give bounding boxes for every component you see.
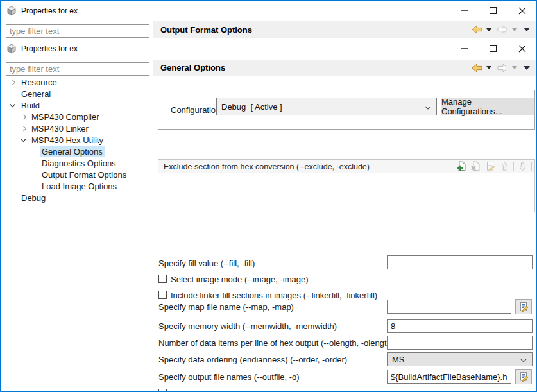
properties-tree: Resource General Build MSP430 Compiler M…: [1, 76, 152, 203]
edit-browse-icon: [518, 302, 529, 312]
data-ordering-value: MS: [388, 355, 520, 364]
add-icon[interactable]: [457, 161, 468, 172]
titlebar[interactable]: Properties for ex: [1, 38, 536, 59]
tree-item-label: Load Image Options: [40, 181, 119, 192]
tree-item-load-image-options[interactable]: Load Image Options: [1, 180, 152, 192]
map-file-browse-button[interactable]: [515, 299, 532, 314]
tree-item-label: MSP430 Compiler: [30, 112, 101, 123]
exclude-section-list[interactable]: Exclude section from hex conversion (--e…: [158, 159, 535, 212]
manage-configurations-button[interactable]: Manage Configurations...: [441, 98, 535, 115]
olength-input[interactable]: [387, 336, 533, 350]
data-ordering-label: Specify data ordering (endianness) (--or…: [158, 352, 347, 366]
remove-icon[interactable]: [471, 161, 482, 172]
back-arrow-icon[interactable]: [472, 64, 482, 72]
configuration-value: Debug [ Active ]: [217, 102, 425, 112]
move-up-icon[interactable]: [499, 161, 510, 172]
fill-value-input[interactable]: [387, 255, 533, 269]
move-down-icon[interactable]: [517, 161, 528, 172]
forward-history-caret-icon[interactable]: [512, 28, 517, 31]
tree-item-label: MSP430 Linker: [30, 123, 90, 134]
configuration-group: Configuration: Debug [ Active ] Manage C…: [158, 90, 535, 130]
tree-item-output-format-options[interactable]: Output Format Options: [1, 169, 152, 180]
configuration-select[interactable]: Debug [ Active ]: [216, 98, 437, 115]
page-header: Output Format Options: [153, 21, 536, 38]
tree-item-label: MSP430 Hex Utility: [30, 135, 105, 146]
edit-icon[interactable]: [485, 161, 496, 172]
tree-item-general[interactable]: General: [1, 88, 152, 99]
page-title: General Options: [160, 60, 225, 76]
tree-item-label: General: [19, 89, 53, 99]
chevron-down-icon: [425, 101, 431, 112]
edit-browse-icon: [518, 371, 529, 382]
output-file-input[interactable]: [387, 370, 511, 384]
window-title: Properties for ex: [21, 1, 78, 21]
chevron-down-icon[interactable]: [10, 103, 15, 108]
filter-input[interactable]: [6, 24, 149, 38]
window-title: Properties for ex: [21, 38, 78, 59]
tree-item-build[interactable]: Build: [1, 99, 152, 111]
close-button[interactable]: [507, 38, 536, 58]
maximize-icon: [490, 7, 497, 14]
image-mode-label: Select image mode (--image, -image): [171, 272, 309, 286]
configuration-label: Configuration:: [171, 103, 223, 117]
screen: Properties for ex Output Format Options: [0, 0, 537, 392]
minimize-icon: [461, 48, 468, 49]
tree-item-label: Diagnostics Options: [40, 158, 118, 169]
tree-item-debug[interactable]: Debug: [1, 192, 152, 203]
back-arrow-icon[interactable]: [472, 25, 482, 34]
tree-item-label-selected: General Options: [40, 146, 105, 157]
map-file-input[interactable]: [387, 300, 511, 314]
general-options-panel: Configuration: Debug [ Active ] Manage C…: [153, 76, 536, 391]
toolbar-separator: [513, 162, 514, 171]
chevron-down-icon: [520, 354, 527, 365]
back-history-caret-icon[interactable]: [486, 28, 491, 31]
page-title: Output Format Options: [160, 21, 252, 38]
exclude-section-header: Exclude section from hex conversion (--e…: [158, 160, 534, 173]
filter-input[interactable]: [6, 62, 149, 76]
close-button[interactable]: [507, 1, 536, 21]
minimize-button[interactable]: [450, 1, 479, 21]
view-menu-caret-icon[interactable]: [524, 28, 530, 31]
quiet-operation-checkbox[interactable]: [158, 389, 167, 392]
maximize-button[interactable]: [479, 1, 507, 21]
properties-dialog: Properties for ex General Options: [0, 38, 537, 392]
exclude-section-title: Exclude section from hex conversion (--e…: [164, 160, 370, 173]
cube-icon: [6, 44, 17, 54]
chevron-right-icon[interactable]: [22, 114, 28, 120]
image-mode-checkbox[interactable]: [158, 275, 167, 283]
maximize-button[interactable]: [479, 38, 507, 58]
chevron-right-icon[interactable]: [22, 126, 28, 132]
quiet-operation-label: Quiet Operation (--quiet, -quiet, -q): [171, 386, 298, 392]
forward-arrow-icon[interactable]: [497, 64, 508, 72]
tree-item-msp430-compiler[interactable]: MSP430 Compiler: [1, 111, 152, 123]
memory-width-input[interactable]: [387, 319, 533, 333]
memory-width-label: Specify memory width (--memwidth, -memwi…: [158, 319, 337, 333]
tree-item-label: Build: [19, 100, 42, 111]
tree-item-msp430-linker[interactable]: MSP430 Linker: [1, 123, 152, 134]
close-icon: [518, 45, 526, 53]
tree-item-label: Resource: [19, 77, 59, 88]
data-ordering-select[interactable]: MS: [387, 352, 533, 366]
olength-label: Number of data items per line of hex out…: [158, 336, 394, 350]
fill-value-label: Specify fill value (--fill, -fill): [158, 256, 255, 270]
forward-history-caret-icon[interactable]: [512, 66, 517, 69]
toolbar-separator: [531, 162, 532, 171]
chevron-right-icon[interactable]: [11, 80, 17, 85]
tree-item-resource[interactable]: Resource: [1, 76, 152, 88]
tree-item-label: Output Format Options: [40, 169, 128, 180]
chevron-down-icon[interactable]: [21, 137, 26, 143]
forward-arrow-icon[interactable]: [497, 25, 508, 34]
cube-icon: [6, 6, 17, 16]
minimize-button[interactable]: [450, 38, 479, 58]
output-file-label: Specify output file names (--outfile, -o…: [158, 370, 300, 384]
output-file-browse-button[interactable]: [515, 369, 532, 384]
tree-item-general-options[interactable]: General Options: [1, 146, 152, 157]
maximize-icon: [490, 45, 497, 52]
tree-item-diagnostics-options[interactable]: Diagnostics Options: [1, 157, 152, 169]
tree-item-msp430-hex-utility[interactable]: MSP430 Hex Utility: [1, 134, 152, 146]
linkerfill-checkbox[interactable]: [158, 291, 167, 299]
back-history-caret-icon[interactable]: [486, 66, 491, 69]
titlebar[interactable]: Properties for ex: [1, 1, 536, 21]
view-menu-caret-icon[interactable]: [524, 66, 530, 70]
page-header: General Options: [153, 60, 536, 76]
